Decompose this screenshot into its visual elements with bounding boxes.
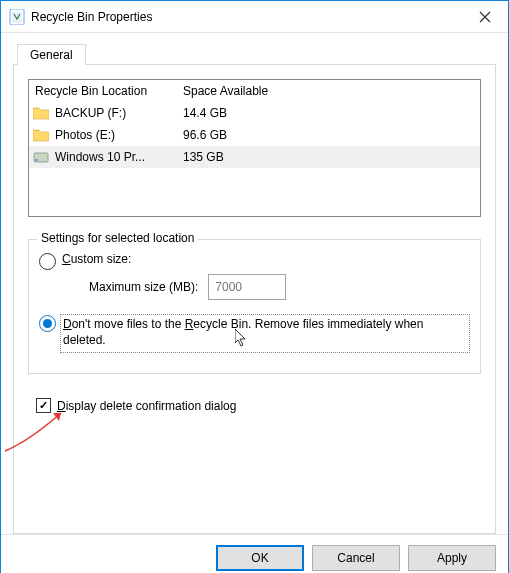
location-name: Windows 10 Pr... — [55, 150, 145, 164]
location-cell: Photos (E:) — [29, 128, 177, 142]
space-cell: 96.6 GB — [177, 128, 480, 142]
svg-rect-3 — [35, 159, 38, 161]
location-name: BACKUP (F:) — [55, 106, 126, 120]
table-row[interactable]: Photos (E:)96.6 GB — [29, 124, 480, 146]
location-name: Photos (E:) — [55, 128, 115, 142]
max-size-label: Maximum size (MB): — [89, 280, 198, 294]
locations-listview[interactable]: Recycle Bin Location Space Available BAC… — [28, 79, 481, 217]
recycle-bin-icon — [9, 9, 25, 25]
table-row[interactable]: Windows 10 Pr...135 GB — [29, 146, 480, 168]
settings-groupbox: Settings for selected location Custom si… — [28, 239, 481, 374]
client-area: General Recycle Bin Location Space Avail… — [1, 33, 508, 534]
apply-button[interactable]: Apply — [408, 545, 496, 571]
window-title: Recycle Bin Properties — [31, 10, 462, 24]
disk-icon — [33, 150, 49, 164]
column-header-location[interactable]: Recycle Bin Location — [29, 80, 177, 102]
titlebar[interactable]: Recycle Bin Properties — [1, 1, 508, 33]
radio-custom-size-label: Custom size: — [62, 252, 131, 266]
radio-dont-move-row[interactable]: Don't move files to the Recycle Bin. Rem… — [39, 314, 470, 353]
cancel-button[interactable]: Cancel — [312, 545, 400, 571]
properties-window: Recycle Bin Properties General Recycle B… — [0, 0, 509, 573]
tabstrip: General — [13, 43, 496, 65]
close-button[interactable] — [462, 1, 508, 33]
tab-general[interactable]: General — [17, 44, 86, 65]
display-confirmation-checkbox[interactable] — [36, 398, 51, 413]
tab-panel-general: Recycle Bin Location Space Available BAC… — [13, 64, 496, 534]
ok-button[interactable]: OK — [216, 545, 304, 571]
max-size-input[interactable] — [208, 274, 286, 300]
groupbox-title: Settings for selected location — [37, 231, 198, 245]
folder-icon — [33, 106, 49, 120]
space-cell: 135 GB — [177, 150, 480, 164]
cursor-icon — [235, 329, 249, 347]
folder-icon — [33, 128, 49, 142]
listview-header: Recycle Bin Location Space Available — [29, 80, 480, 102]
radio-dont-move[interactable] — [39, 315, 56, 332]
display-confirmation-row[interactable]: Display delete confirmation dialog — [36, 398, 481, 413]
location-cell: BACKUP (F:) — [29, 106, 177, 120]
table-row[interactable]: BACKUP (F:)14.4 GB — [29, 102, 480, 124]
radio-custom-size-row[interactable]: Custom size: — [39, 252, 470, 270]
display-confirmation-label: Display delete confirmation dialog — [57, 399, 236, 413]
button-bar: OK Cancel Apply — [1, 534, 508, 573]
location-cell: Windows 10 Pr... — [29, 150, 177, 164]
space-cell: 14.4 GB — [177, 106, 480, 120]
max-size-row: Maximum size (MB): — [89, 274, 470, 300]
radio-dont-move-label: Don't move files to the Recycle Bin. Rem… — [60, 314, 470, 353]
column-header-space[interactable]: Space Available — [177, 80, 480, 102]
svg-rect-1 — [12, 12, 22, 23]
radio-custom-size[interactable] — [39, 253, 56, 270]
